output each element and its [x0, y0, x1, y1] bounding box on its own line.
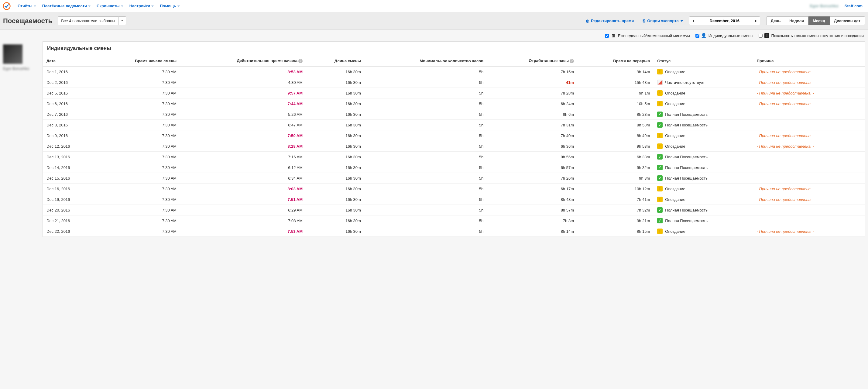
- cell-status: ✓Полная Посещаемость: [653, 120, 753, 130]
- cell-status: ✓Полная Посещаемость: [653, 215, 753, 226]
- help-icon[interactable]: ?: [298, 59, 303, 63]
- cell-actual-start: 7:53 AM: [180, 226, 306, 237]
- brand-link[interactable]: Staff.com: [842, 4, 866, 8]
- cell-length: 16h 30m: [306, 88, 365, 98]
- cell-length: 16h 30m: [306, 109, 365, 120]
- cell-shift-start: 7:30 AM: [96, 120, 180, 130]
- cell-min: 5h: [365, 205, 487, 215]
- check-icon: ✓: [657, 122, 662, 128]
- filter-individual-shifts[interactable]: 👤Индивидуальные смены: [695, 33, 753, 38]
- nav-item-1[interactable]: Платёжные ведомости: [39, 4, 94, 8]
- chevron-down-icon: [121, 4, 123, 8]
- filter-only-absent-checkbox[interactable]: [758, 34, 763, 38]
- range-button-3[interactable]: Диапазон дат: [830, 17, 865, 25]
- filter-weekly-min[interactable]: 🗓Еженедельный/ежемесячный минимум: [605, 33, 690, 38]
- cell-min: 5h: [365, 215, 487, 226]
- chevron-down-icon: [178, 4, 180, 8]
- cell-length: 16h 30m: [306, 77, 365, 88]
- cell-break: 8h 23m: [578, 109, 653, 120]
- cell-reason: [753, 162, 865, 173]
- cell-length: 16h 30m: [306, 226, 365, 237]
- range-button-0[interactable]: День: [766, 17, 785, 25]
- filter-individual-shifts-checkbox[interactable]: [695, 34, 700, 38]
- edit-time-button[interactable]: ◐ Редактировать время: [583, 19, 637, 23]
- cell-reason: - Причина не предоставлена. -: [753, 88, 865, 98]
- cell-status: !Опоздание: [653, 98, 753, 109]
- chevron-down-icon[interactable]: [119, 17, 126, 25]
- cell-shift-start: 7:30 AM: [96, 173, 180, 184]
- col-shift-start: Время начала смены: [96, 55, 180, 66]
- filter-weekly-min-checkbox[interactable]: [605, 34, 609, 38]
- cell-reason: [753, 215, 865, 226]
- status-label: Полная Посещаемость: [665, 176, 708, 181]
- cell-date: Dec 20, 2016: [43, 205, 96, 215]
- cell-length: 16h 30m: [306, 162, 365, 173]
- cell-date: Dec 12, 2016: [43, 141, 96, 152]
- nav-item-4[interactable]: Помощь: [157, 4, 183, 8]
- status-label: Полная Посещаемость: [665, 208, 708, 212]
- nav-item-0[interactable]: Отчёты: [14, 4, 39, 8]
- cell-break: 9h 1m: [578, 88, 653, 98]
- nav-item-3[interactable]: Настройки: [126, 4, 157, 8]
- status-label: Опоздание: [665, 91, 685, 95]
- cell-length: 16h 30m: [306, 205, 365, 215]
- cell-break: 8h 49m: [578, 130, 653, 141]
- status-label: Полная Посещаемость: [665, 123, 708, 127]
- next-period-button[interactable]: [752, 17, 760, 25]
- col-length: Длина смены: [306, 55, 365, 66]
- col-reason: Причина: [753, 55, 865, 66]
- table-row: Dec 7, 20167:30 AM5:26 AM16h 30m5h8h 6m8…: [43, 109, 865, 120]
- cell-date: Dec 9, 2016: [43, 130, 96, 141]
- avatar[interactable]: [3, 44, 23, 64]
- table-row: Dec 6, 20167:30 AM7:44 AM16h 30m5h6h 24m…: [43, 98, 865, 109]
- cell-min: 5h: [365, 66, 487, 77]
- cell-status: ✓Полная Посещаемость: [653, 173, 753, 184]
- reason-missing: - Причина не предоставлена. -: [757, 144, 814, 149]
- col-worked: Отработанные часы?: [487, 55, 578, 66]
- cell-min: 5h: [365, 77, 487, 88]
- help-icon[interactable]: ?: [570, 59, 574, 63]
- cell-status: !Опоздание: [653, 184, 753, 194]
- cell-actual-start: 7:51 AM: [180, 194, 306, 205]
- prev-period-button[interactable]: [689, 17, 697, 25]
- user-select[interactable]: Все 4 пользователи выбраны: [58, 17, 126, 25]
- cell-date: Dec 16, 2016: [43, 184, 96, 194]
- status-label: Частично отсутствует: [665, 80, 705, 85]
- cell-worked: 9h 56m: [487, 152, 578, 162]
- range-button-1[interactable]: Неделя: [785, 17, 808, 25]
- cell-worked: 8h 14m: [487, 226, 578, 237]
- reason-missing: - Причина не предоставлена. -: [757, 229, 814, 234]
- toolbar: Посещаемость Все 4 пользователи выбраны …: [0, 12, 868, 30]
- cell-min: 5h: [365, 173, 487, 184]
- warning-icon: !: [657, 133, 662, 138]
- cell-status: !Опоздание: [653, 88, 753, 98]
- reason-missing: - Причина не предоставлена. -: [757, 91, 814, 95]
- nav-item-2[interactable]: Скриншоты: [94, 4, 126, 8]
- cell-status: !Опоздание: [653, 130, 753, 141]
- check-icon: ✓: [657, 165, 662, 170]
- cell-length: 16h 30m: [306, 184, 365, 194]
- export-options-button[interactable]: ⎘ Опции экспорта: [640, 19, 686, 23]
- period-label[interactable]: December, 2016: [697, 17, 752, 25]
- cell-worked: 6h 17m: [487, 184, 578, 194]
- shifts-panel: Индивидуальные смены Дата Время начала с…: [42, 41, 865, 237]
- current-user[interactable]: Egor Borushko: [807, 4, 842, 8]
- shifts-table: Дата Время начала смены Действительное в…: [43, 55, 865, 237]
- user-select-value: Все 4 пользователи выбраны: [58, 17, 119, 25]
- cell-date: Dec 2, 2016: [43, 77, 96, 88]
- range-button-2[interactable]: Месяц: [808, 17, 830, 25]
- cell-actual-start: 7:44 AM: [180, 98, 306, 109]
- col-actual-start: Действительное время начала?: [180, 55, 306, 66]
- cell-reason: - Причина не предоставлена. -: [753, 77, 865, 88]
- warning-icon: !: [657, 186, 662, 191]
- cell-shift-start: 7:30 AM: [96, 162, 180, 173]
- cell-actual-start: 7:16 AM: [180, 152, 306, 162]
- check-icon: ✓: [657, 207, 662, 213]
- table-row: Dec 12, 20167:30 AM8:28 AM16h 30m5h6h 36…: [43, 141, 865, 152]
- cell-break: 7h 32m: [578, 205, 653, 215]
- cell-actual-start: 6:29 AM: [180, 205, 306, 215]
- table-row: Dec 14, 20167:30 AM6:12 AM16h 30m5h6h 57…: [43, 162, 865, 173]
- col-status: Статус: [653, 55, 753, 66]
- filter-weekly-min-label: Еженедельный/ежемесячный минимум: [618, 33, 690, 38]
- filter-only-absent[interactable]: !Показывать только смены отсутствия и оп…: [758, 33, 864, 38]
